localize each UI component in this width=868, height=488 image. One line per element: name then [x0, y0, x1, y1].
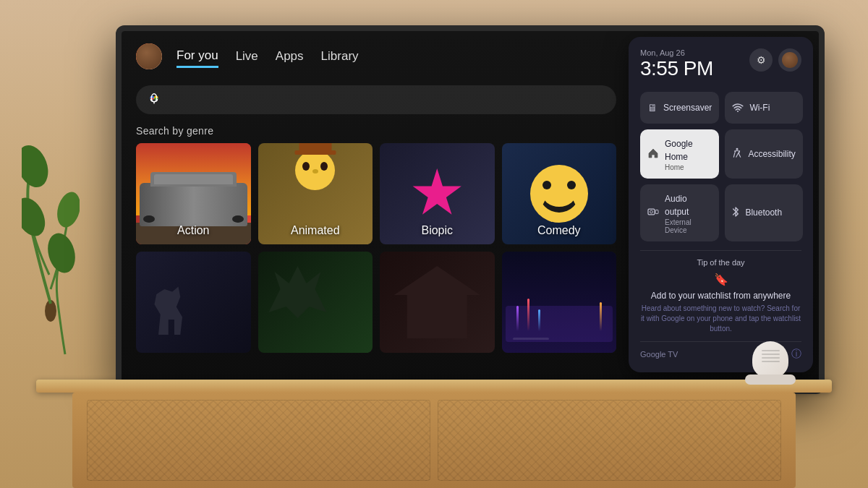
qs-tile-audio-text: Audio output External Device	[665, 192, 712, 234]
bluetooth-icon	[732, 206, 739, 220]
genre-card-western[interactable]	[136, 252, 251, 353]
qs-tile-sub-google-home: Home	[665, 163, 712, 171]
genre-card-biopic[interactable]: Biopic	[380, 143, 495, 244]
svg-point-11	[737, 111, 739, 112]
qs-date: Mon, Aug 26	[640, 48, 713, 57]
screensaver-icon: 🖥	[647, 102, 658, 114]
tip-title: Tip of the day	[640, 258, 801, 267]
qs-tile-label-bluetooth: Bluetooth	[745, 207, 782, 218]
user-avatar[interactable]	[136, 43, 162, 69]
qs-time: 3:55 PM	[640, 57, 713, 80]
genre-card-comedy[interactable]: Comedy	[502, 143, 617, 244]
nav-links: For you Live Apps Library	[176, 46, 359, 68]
search-bar[interactable]	[136, 85, 616, 114]
tv-frame: For you Live Apps Library	[116, 25, 825, 394]
genre-card-fantasy[interactable]	[258, 252, 373, 353]
qs-tile-google-home-text: Google Home Home	[665, 137, 712, 171]
qs-tile-screensaver[interactable]: 🖥 Screensaver	[640, 92, 719, 124]
bookmark-icon: 🔖	[640, 273, 801, 286]
wifi-icon	[732, 102, 744, 114]
nav-for-you[interactable]: For you	[176, 46, 218, 68]
svg-point-12	[736, 147, 739, 150]
genre-label-comedy: Comedy	[502, 224, 617, 237]
svg-rect-15	[655, 210, 658, 213]
qs-tile-label-screensaver: Screensaver	[663, 103, 712, 113]
tv-furniture	[36, 358, 832, 488]
tip-of-the-day-section: Tip of the day 🔖 Add to your watchlist f…	[640, 250, 801, 334]
settings-icon-btn[interactable]: ⚙	[749, 48, 773, 72]
qs-tile-label-google-home: Google Home	[665, 139, 693, 162]
qs-icon-buttons: ⚙	[749, 48, 801, 72]
qs-tile-sub-audio: External Device	[665, 218, 712, 234]
tip-description: Heard about something new to watch? Sear…	[640, 304, 801, 334]
profile-icon-btn[interactable]	[778, 48, 801, 72]
qs-header: Mon, Aug 26 3:55 PM ⚙	[640, 48, 801, 89]
audio-output-icon	[647, 207, 659, 219]
genre-label-animated: Animated	[258, 224, 373, 237]
nav-live[interactable]: Live	[236, 46, 258, 67]
svg-rect-13	[648, 209, 655, 215]
tip-heading: Add to your watchlist from anywhere	[640, 291, 801, 301]
qs-tile-label-wifi: Wi-Fi	[749, 103, 770, 113]
microphone-icon	[146, 92, 162, 108]
qs-tile-google-home[interactable]: Google Home Home	[640, 129, 719, 179]
genre-card-animated[interactable]: Animated	[258, 143, 373, 244]
qs-tile-audio-output[interactable]: Audio output External Device	[640, 184, 719, 241]
genre-label-action: Action	[136, 224, 251, 237]
section-label: Search by genre	[136, 125, 213, 137]
qs-tile-label-accessibility: Accessibility	[748, 149, 795, 159]
qs-tile-bluetooth[interactable]: Bluetooth	[725, 184, 802, 241]
google-home-device	[738, 338, 803, 385]
genre-card-horror[interactable]	[380, 252, 495, 353]
quick-settings-panel: Mon, Aug 26 3:55 PM ⚙ 🖥 Screensaver	[629, 37, 813, 372]
genre-card-music[interactable]	[502, 252, 617, 353]
qs-tile-label-audio: Audio output	[665, 194, 689, 217]
google-tv-ui: For you Live Apps Library	[122, 31, 819, 388]
accessibility-icon	[732, 147, 742, 161]
nav-apps[interactable]: Apps	[276, 46, 304, 67]
tv-screen: For you Live Apps Library	[122, 31, 819, 388]
qs-date-label: Mon, Aug 26 3:55 PM	[640, 48, 713, 89]
svg-point-14	[650, 210, 653, 213]
qs-tiles-grid: 🖥 Screensaver Wi-	[640, 92, 801, 241]
genre-card-action[interactable]: Action	[136, 143, 251, 244]
home-icon	[647, 147, 659, 161]
qs-tile-wifi[interactable]: Wi-Fi	[725, 92, 802, 124]
genre-label-biopic: Biopic	[380, 224, 495, 237]
genre-grid: Action Animated	[136, 143, 616, 353]
nav-library[interactable]: Library	[321, 46, 359, 67]
qs-tile-accessibility[interactable]: Accessibility	[725, 129, 802, 179]
